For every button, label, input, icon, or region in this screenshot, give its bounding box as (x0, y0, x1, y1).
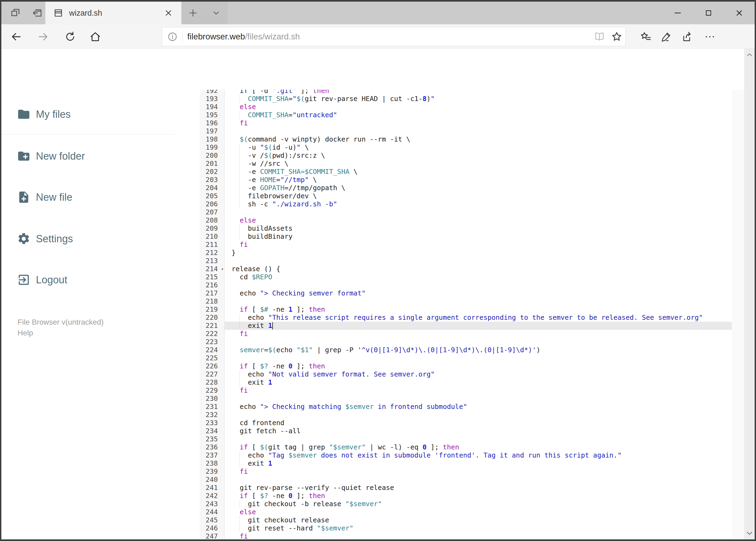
minimize-button[interactable] (662, 2, 693, 24)
code-text (225, 338, 732, 346)
reading-view-icon[interactable] (591, 28, 608, 45)
code-line[interactable]: 206 sh -c "./wizard.sh -b" (200, 200, 732, 208)
code-line[interactable]: 226 if [ $? -ne 0 ]; then (200, 362, 732, 370)
scroll-down-icon[interactable] (744, 527, 755, 539)
help-link[interactable]: Help (18, 329, 33, 337)
sidebar-item-new-file[interactable]: New file (1, 186, 200, 209)
url-field[interactable]: filebrowser.web/files/wizard.sh (162, 27, 626, 46)
new-tab-button[interactable] (181, 2, 205, 24)
code-line[interactable]: 245 git checkout release (200, 516, 732, 524)
code-line[interactable]: 232 (200, 411, 732, 419)
home-button[interactable] (88, 29, 103, 44)
code-line[interactable]: 196 fi (200, 119, 732, 127)
tab-preview-icon[interactable] (5, 2, 26, 24)
browser-tab[interactable]: wizard.sh (45, 2, 181, 24)
code-line[interactable]: 239 fi (200, 467, 732, 476)
code-line[interactable]: 236 if [ $(git tag | grep "$semver" | wc… (200, 443, 732, 451)
sidebar-item-settings[interactable]: Settings (1, 227, 200, 251)
code-line[interactable]: 235 (200, 435, 732, 443)
code-line[interactable]: 238 exit 1 (200, 459, 732, 467)
code-line[interactable]: 242 if [ $? -ne 0 ]; then (200, 492, 732, 500)
share-page-button[interactable] (679, 29, 695, 45)
code-line[interactable]: 219 if [ $# -ne 1 ]; then (200, 305, 732, 313)
site-info-icon[interactable] (167, 31, 178, 42)
code-line[interactable]: 241 git rev-parse --verify --quiet relea… (200, 484, 732, 492)
code-line[interactable]: 209 buildAssets (200, 225, 732, 233)
line-number: 213 (200, 257, 225, 265)
favorite-star-icon[interactable] (608, 28, 626, 45)
code-line[interactable]: 207 (200, 208, 732, 216)
code-line[interactable]: 247 fi (200, 532, 732, 539)
code-line[interactable]: 213 (200, 257, 732, 265)
code-line[interactable]: 215 cd $REPO (200, 273, 732, 281)
code-line[interactable]: 198 $(command -v winpty) docker run --rm… (200, 135, 732, 144)
tab-bar: wizard.sh (1, 2, 755, 24)
code-line[interactable]: 220 echo "This release script requires a… (200, 313, 732, 322)
line-number: 216 (200, 281, 225, 289)
code-line[interactable]: 199 -u "$(id -u)" \ (200, 144, 732, 152)
sidebar-item-my-files[interactable]: My files (1, 103, 200, 126)
tab-close-icon[interactable] (163, 8, 174, 18)
code-line[interactable]: 212} (200, 249, 732, 257)
back-button[interactable] (9, 29, 24, 44)
line-number: 232 (200, 411, 225, 419)
code-line[interactable]: 243 git checkout -b release "$semver" (200, 500, 732, 508)
line-number: 223 (200, 338, 225, 346)
code-line[interactable]: 208 else (200, 216, 732, 225)
tab-list-dropdown[interactable] (205, 2, 228, 24)
code-text: git rev-parse --verify --quiet release (225, 484, 732, 492)
sidebar-item-logout[interactable]: Logout (1, 268, 200, 291)
code-line[interactable]: 227 echo "Not valid semver format. See s… (200, 370, 732, 378)
code-line[interactable]: 203 -e HOME="//tmp" \ (200, 176, 732, 184)
code-line[interactable]: 240 (200, 476, 732, 484)
code-line[interactable]: 234 git fetch --all (200, 427, 732, 435)
code-line[interactable]: 204 -e GOPATH=//tmp/gopath \ (200, 184, 732, 192)
code-line[interactable]: 231 echo "> Checking matching $semver in… (200, 403, 732, 411)
code-line[interactable]: 229 fi (200, 386, 732, 395)
code-line[interactable]: 192 if [ -d ".git" ]; then (200, 90, 732, 95)
code-line[interactable]: 205 filebrowser/dev \ (200, 192, 732, 200)
line-number: 227 (200, 370, 225, 378)
close-window-button[interactable] (724, 2, 755, 24)
forward-button[interactable] (36, 29, 51, 44)
favorites-hub-button[interactable] (638, 29, 654, 45)
more-options-button[interactable] (702, 29, 718, 45)
refresh-button[interactable] (63, 29, 78, 44)
code-text: fi (225, 119, 732, 127)
line-number: 245 (200, 516, 225, 524)
code-line[interactable]: 194 else (200, 103, 732, 111)
code-line[interactable]: 222 fi (200, 330, 732, 338)
code-line[interactable]: 214▾release () { (200, 265, 732, 273)
code-line[interactable]: 197 (200, 127, 732, 135)
code-line[interactable]: 195 COMMIT_SHA="untracked" (200, 111, 732, 119)
sidebar-item-label: My files (36, 109, 71, 120)
set-tabs-aside-icon[interactable] (26, 2, 48, 24)
fold-arrow-icon[interactable]: ▾ (221, 265, 224, 273)
code-line[interactable]: 233 cd frontend (200, 419, 732, 427)
code-line[interactable]: 244 else (200, 508, 732, 516)
code-line[interactable]: 217 echo "> Checking semver format" (200, 289, 732, 297)
code-line[interactable]: 193 COMMIT_SHA="$(git rev-parse HEAD | c… (200, 95, 732, 103)
code-line[interactable]: 237 echo "Tag $semver does not exist in … (200, 451, 732, 459)
code-line[interactable]: 246 git reset --hard "$semver" (200, 524, 732, 532)
annotate-button[interactable] (658, 29, 674, 45)
code-line[interactable]: 210 buildBinary (200, 233, 732, 241)
code-line[interactable]: 218 (200, 297, 732, 305)
page-scrollbar[interactable] (744, 49, 755, 539)
code-line[interactable]: 202 -e COMMIT_SHA=$COMMIT_SHA \ (200, 168, 732, 176)
code-line[interactable]: 216 (200, 281, 732, 289)
code-line[interactable]: 230 (200, 395, 732, 403)
code-editor[interactable]: 192 if [ -d ".git" ]; then193 COMMIT_SHA… (200, 90, 732, 539)
code-line[interactable]: 211 fi (200, 241, 732, 249)
sidebar-item-new-folder[interactable]: New folder (1, 145, 200, 168)
code-line[interactable]: 200 -v /$(pwd):/src:z \ (200, 152, 732, 160)
new-file-icon (17, 191, 31, 204)
maximize-button[interactable] (693, 2, 724, 24)
scroll-up-icon[interactable] (744, 49, 755, 61)
code-line-active[interactable]: 221 exit 1 (200, 322, 732, 330)
code-line[interactable]: 225 (200, 354, 732, 362)
code-line[interactable]: 228 exit 1 (200, 378, 732, 386)
code-line[interactable]: 223 (200, 338, 732, 346)
code-line[interactable]: 201 -w //src \ (200, 160, 732, 168)
code-line[interactable]: 224 semver=$(echo "$1" | grep -P '^v(0|[… (200, 346, 732, 354)
